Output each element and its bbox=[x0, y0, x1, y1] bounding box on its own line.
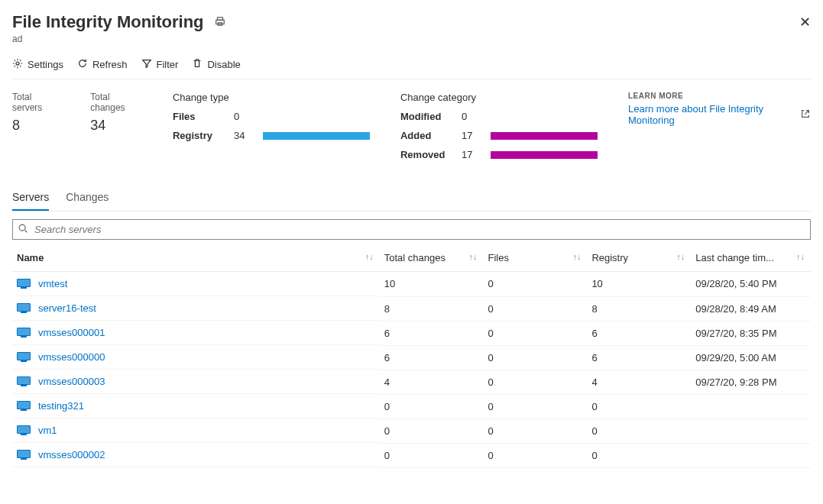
total-servers-value: 8 bbox=[12, 118, 60, 134]
refresh-button[interactable]: Refresh bbox=[77, 58, 128, 71]
table-row: vm1000 bbox=[12, 418, 811, 443]
col-total-changes[interactable]: Total changes↑↓ bbox=[380, 244, 484, 272]
row-files: 0 bbox=[484, 418, 588, 443]
tab-servers[interactable]: Servers bbox=[12, 185, 49, 211]
col-last-change-label: Last change tim... bbox=[695, 252, 774, 263]
sort-icon: ↑↓ bbox=[469, 252, 478, 261]
change-type-block: Change type Files 0 Registry 34 bbox=[173, 92, 370, 160]
server-link[interactable]: vmsses000000 bbox=[38, 351, 105, 363]
change-type-files-value: 0 bbox=[234, 111, 252, 122]
print-icon[interactable] bbox=[215, 16, 225, 29]
row-name-cell: vmsses000003 bbox=[12, 370, 380, 394]
trash-icon bbox=[192, 58, 203, 71]
settings-label: Settings bbox=[28, 59, 63, 70]
page-title: File Integrity Monitoring bbox=[12, 12, 204, 32]
row-total-changes: 10 bbox=[380, 272, 484, 297]
row-registry: 6 bbox=[587, 345, 691, 370]
change-type-registry-label: Registry bbox=[173, 130, 223, 141]
col-name[interactable]: Name↑↓ bbox=[12, 244, 380, 272]
row-last-change: 09/28/20, 8:49 AM bbox=[691, 296, 811, 321]
change-category-removed-label: Removed bbox=[400, 149, 451, 160]
search-input[interactable] bbox=[33, 223, 805, 236]
row-registry: 6 bbox=[587, 321, 691, 345]
search-input-wrapper[interactable] bbox=[12, 219, 811, 240]
server-link[interactable]: vmsses000003 bbox=[38, 376, 105, 387]
vm-icon bbox=[17, 303, 31, 314]
row-registry: 8 bbox=[587, 296, 691, 321]
change-type-registry-bar bbox=[263, 132, 370, 140]
row-name-cell: vm1 bbox=[12, 418, 380, 443]
row-files: 0 bbox=[484, 394, 588, 418]
row-last-change bbox=[691, 418, 811, 443]
settings-button[interactable]: Settings bbox=[12, 58, 63, 71]
change-category-added-label: Added bbox=[400, 130, 451, 141]
col-registry[interactable]: Registry↑↓ bbox=[587, 244, 691, 272]
change-category-added-bar bbox=[491, 132, 598, 140]
col-files[interactable]: Files↑↓ bbox=[484, 244, 588, 272]
row-total-changes: 6 bbox=[380, 321, 484, 345]
row-name-cell: vmtest bbox=[12, 272, 380, 296]
sort-icon: ↑↓ bbox=[365, 252, 374, 261]
server-link[interactable]: vm1 bbox=[38, 425, 57, 436]
svg-point-4 bbox=[19, 225, 25, 231]
row-name-cell: server16-test bbox=[12, 296, 380, 321]
row-files: 0 bbox=[484, 370, 588, 394]
learn-more-link[interactable]: Learn more about File Integrity Monitori… bbox=[628, 103, 811, 126]
row-registry: 0 bbox=[587, 418, 691, 443]
row-name-cell: vmsses000001 bbox=[12, 321, 380, 345]
row-total-changes: 8 bbox=[380, 296, 484, 321]
filter-button[interactable]: Filter bbox=[141, 58, 179, 71]
vm-icon bbox=[17, 450, 31, 460]
table-row: vmsses00000160609/27/20, 8:35 PM bbox=[12, 321, 811, 345]
sort-icon: ↑↓ bbox=[572, 252, 581, 261]
server-link[interactable]: server16-test bbox=[38, 302, 96, 314]
search-icon bbox=[18, 223, 28, 236]
change-category-added-value: 17 bbox=[462, 130, 480, 141]
change-type-registry-value: 34 bbox=[234, 130, 252, 141]
learn-more-block: LEARN MORE Learn more about File Integri… bbox=[628, 92, 811, 160]
change-type-files-label: Files bbox=[173, 111, 223, 122]
server-link[interactable]: vmsses000001 bbox=[38, 327, 105, 338]
col-last-change[interactable]: Last change tim...↑↓ bbox=[691, 244, 811, 272]
row-files: 0 bbox=[484, 272, 588, 297]
row-name-cell: vmsses000002 bbox=[12, 443, 380, 467]
page-subtitle: ad bbox=[12, 34, 811, 44]
learn-more-link-text: Learn more about File Integrity Monitori… bbox=[628, 103, 795, 126]
row-last-change: 09/27/20, 9:28 PM bbox=[691, 370, 811, 394]
server-link[interactable]: testing321 bbox=[38, 400, 84, 412]
learn-more-heading: LEARN MORE bbox=[628, 92, 811, 100]
row-files: 0 bbox=[484, 443, 588, 467]
change-category-modified-value: 0 bbox=[462, 111, 480, 122]
change-type-label: Change type bbox=[173, 92, 370, 103]
col-total-changes-label: Total changes bbox=[384, 252, 446, 263]
server-link[interactable]: vmsses000002 bbox=[38, 449, 105, 460]
refresh-icon bbox=[77, 58, 88, 71]
row-name-cell: testing321 bbox=[12, 394, 380, 418]
close-icon[interactable]: ✕ bbox=[799, 14, 811, 31]
row-last-change bbox=[691, 394, 811, 418]
vm-icon bbox=[17, 352, 31, 363]
disable-button[interactable]: Disable bbox=[192, 58, 240, 71]
change-category-removed-value: 17 bbox=[462, 149, 480, 160]
sort-icon: ↑↓ bbox=[676, 252, 685, 261]
server-link[interactable]: vmtest bbox=[38, 278, 67, 289]
filter-icon bbox=[141, 58, 152, 71]
row-registry: 0 bbox=[587, 394, 691, 418]
sort-icon: ↑↓ bbox=[796, 252, 805, 261]
table-row: vmsses00000340409/27/20, 9:28 PM bbox=[12, 370, 811, 394]
filter-label: Filter bbox=[157, 59, 179, 70]
tab-changes[interactable]: Changes bbox=[66, 185, 109, 211]
total-changes-value: 34 bbox=[90, 118, 142, 134]
row-total-changes: 0 bbox=[380, 394, 484, 418]
vm-icon bbox=[17, 401, 31, 412]
change-category-block: Change category Modified 0 Added 17 Remo… bbox=[400, 92, 598, 160]
row-last-change: 09/29/20, 5:00 AM bbox=[691, 345, 811, 370]
row-registry: 4 bbox=[587, 370, 691, 394]
svg-rect-1 bbox=[215, 20, 224, 24]
row-name-cell: vmsses000000 bbox=[12, 345, 380, 370]
vm-icon bbox=[17, 376, 31, 387]
external-link-icon bbox=[800, 108, 811, 121]
table-row: vmsses000002000 bbox=[12, 443, 811, 467]
gear-icon bbox=[12, 58, 23, 71]
row-registry: 10 bbox=[587, 272, 691, 297]
